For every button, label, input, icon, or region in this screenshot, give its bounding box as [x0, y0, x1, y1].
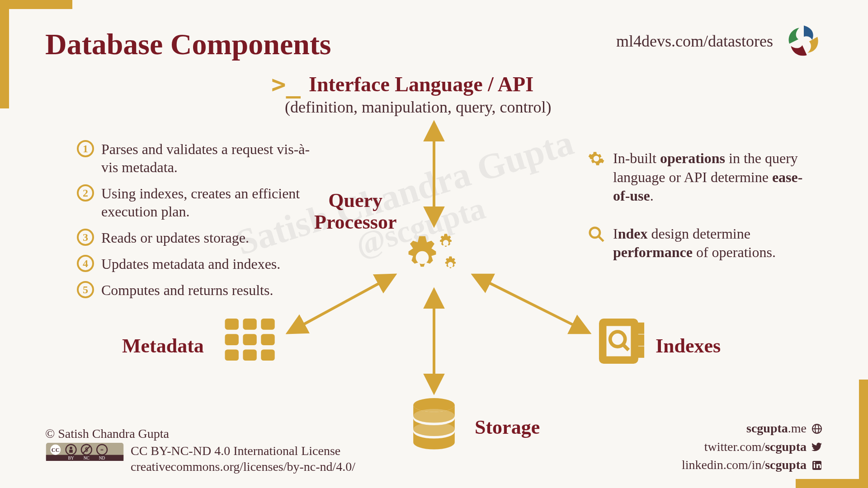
- svg-line-2: [599, 236, 604, 241]
- note-item: Index design determine performance of op…: [588, 225, 814, 262]
- header-url: ml4devs.com/datastores: [616, 32, 773, 51]
- footer-right: scgupta.me twitter.com/scgupta linkedin.…: [682, 419, 823, 474]
- svg-text:BY: BY: [68, 456, 74, 460]
- svg-text:=: =: [100, 447, 104, 453]
- step-item: 4 Updates metadata and indexes.: [77, 255, 316, 273]
- svg-rect-47: [814, 464, 815, 468]
- svg-rect-11: [261, 334, 274, 345]
- note-text: Index design determine performance of op…: [613, 225, 814, 262]
- license-text: CC BY-NC-ND 4.0 International License cr…: [131, 443, 355, 474]
- step-item: 3 Reads or updates storage.: [77, 229, 316, 247]
- site-link: scgupta.me: [682, 419, 823, 438]
- svg-point-1: [590, 228, 600, 238]
- step-text: Parses and validates a request vis-à-vis…: [101, 140, 316, 176]
- globe-icon: [811, 423, 823, 435]
- svg-rect-23: [637, 336, 642, 344]
- interface-title: Interface Language / API: [309, 72, 533, 96]
- step-number-icon: 1: [77, 140, 94, 157]
- step-text: Updates metadata and indexes.: [101, 255, 280, 273]
- step-item: 5 Computes and returns results.: [77, 281, 316, 299]
- cc-badge-icon: CC $ = BY NC ND: [45, 443, 124, 464]
- step-number-icon: 2: [77, 184, 94, 202]
- magnifier-icon: [588, 225, 605, 247]
- gear-icon: [588, 150, 605, 171]
- interface-subtitle: (definition, manipulation, query, contro…: [285, 98, 552, 117]
- svg-line-28: [475, 276, 588, 332]
- step-item: 1 Parses and validates a request vis-à-v…: [77, 140, 316, 176]
- svg-rect-9: [225, 334, 239, 345]
- svg-rect-14: [261, 349, 274, 361]
- grid-icon: [225, 319, 277, 363]
- svg-rect-24: [637, 348, 642, 356]
- label-query-processor: Query Processor: [314, 190, 396, 234]
- linkedin-link: linkedin.com/in/scgupta: [682, 456, 823, 474]
- prompt-icon: >_: [271, 70, 301, 99]
- notes-list: In-built operations in the query languag…: [588, 149, 814, 281]
- footer-left: © Satish Chandra Gupta CC $ = BY NC ND C…: [45, 427, 355, 474]
- twitter-icon: [811, 441, 823, 453]
- svg-point-48: [814, 462, 816, 464]
- label-metadata: Metadata: [122, 334, 204, 357]
- label-storage: Storage: [475, 416, 540, 439]
- svg-text:ND: ND: [99, 456, 105, 460]
- svg-text:NC: NC: [84, 456, 90, 460]
- note-item: In-built operations in the query languag…: [588, 149, 814, 206]
- linkedin-icon: [811, 460, 823, 471]
- svg-point-3: [416, 251, 429, 264]
- svg-rect-22: [637, 324, 642, 333]
- svg-point-4: [443, 240, 449, 246]
- database-icon: [409, 398, 459, 454]
- svg-rect-10: [243, 334, 256, 345]
- svg-point-0: [800, 37, 808, 45]
- svg-rect-7: [243, 319, 256, 330]
- svg-point-16: [413, 409, 455, 423]
- index-icon: [597, 316, 646, 368]
- svg-rect-6: [225, 319, 239, 330]
- step-number-icon: 5: [77, 281, 94, 298]
- svg-point-34: [70, 447, 72, 450]
- svg-rect-12: [225, 349, 239, 361]
- svg-rect-8: [261, 319, 274, 330]
- twitter-link: twitter.com/scgupta: [682, 438, 823, 456]
- step-text: Using indexes, creates an efficient exec…: [101, 184, 316, 221]
- step-number-icon: 4: [77, 255, 94, 272]
- step-item: 2 Using indexes, creates an efficient ex…: [77, 184, 316, 221]
- gears-icon: [405, 228, 463, 289]
- step-text: Computes and returns results.: [101, 281, 273, 299]
- copyright-text: © Satish Chandra Gupta: [45, 427, 355, 441]
- step-number-icon: 3: [77, 229, 94, 246]
- svg-text:CC: CC: [52, 447, 60, 453]
- svg-rect-13: [243, 349, 256, 361]
- page-title: Database Components: [45, 27, 331, 61]
- steps-list: 1 Parses and validates a request vis-à-v…: [77, 140, 316, 307]
- svg-point-5: [448, 262, 453, 267]
- step-text: Reads or updates storage.: [101, 229, 249, 247]
- note-text: In-built operations in the query languag…: [613, 149, 814, 206]
- label-indexes: Indexes: [656, 334, 721, 357]
- svg-point-17: [413, 422, 455, 436]
- site-logo: [785, 22, 823, 60]
- interface-heading: >_ Interface Language / API: [271, 70, 533, 99]
